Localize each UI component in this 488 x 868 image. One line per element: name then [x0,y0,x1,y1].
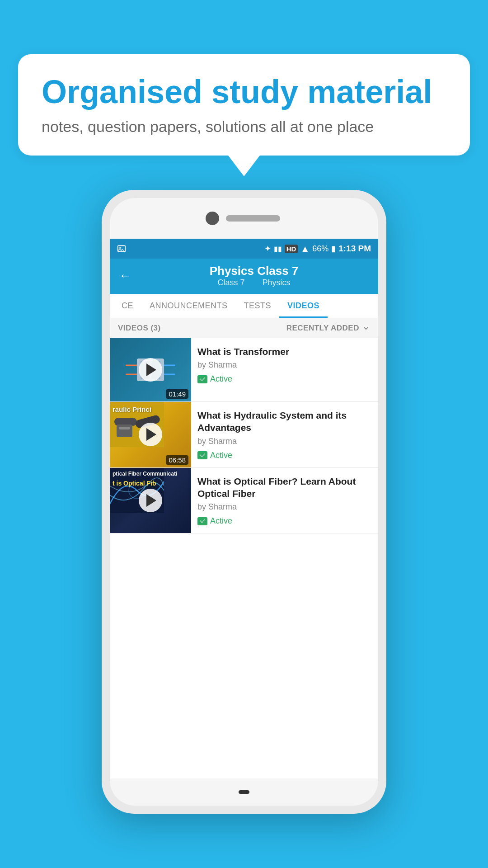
active-badge-2: Active [197,451,372,460]
top-nav: ← Physics Class 7 Class 7 Physics [110,259,378,294]
chat-active-icon-3 [197,517,207,525]
tab-ce[interactable]: CE [113,294,141,318]
video-author-2: by Sharma [197,437,372,446]
optical-thumb-label-top: ptical Fiber Communicati [113,471,177,477]
nav-class: Class 7 [217,278,244,287]
video-title-2: What is Hydraulic System and its Advanta… [197,409,372,434]
video-title-3: What is Optical Fiber? Learn About Optic… [197,475,372,500]
chat-active-icon-1 [197,375,207,383]
tab-tests[interactable]: TESTS [236,294,280,318]
phone-home-bar [239,790,249,794]
phone-screen: ✦ ▮▮ HD ▲ 66% ▮ 1:13 PM ← Physics Class … [110,239,378,778]
image-icon [117,244,126,253]
duration-1: 01:49 [166,389,188,399]
video-info-2: What is Hydraulic System and its Advanta… [191,402,378,467]
active-label-1: Active [210,374,232,384]
phone-camera [206,212,219,225]
nav-separator [253,278,257,287]
wifi-icon: ▲ [300,244,310,254]
play-button-3[interactable] [139,489,162,512]
video-list: 01:49 What is Transformer by Sharma Acti… [110,338,378,533]
svg-rect-0 [118,245,126,251]
duration-2: 06:58 [166,455,188,465]
active-badge-3: Active [197,516,372,526]
chat-active-icon-2 [197,451,207,459]
signal-icon: ▮▮ [274,245,282,253]
phone-frame: ✦ ▮▮ HD ▲ 66% ▮ 1:13 PM ← Physics Class … [102,190,386,814]
svg-rect-12 [117,425,132,437]
video-item-2[interactable]: raulic Princi 06:58 What is Hydraulic Sy… [110,402,378,468]
active-label-2: Active [210,451,232,460]
sort-label: RECENTLY ADDED [286,324,359,333]
speech-bubble: Organised study material notes, question… [18,54,470,156]
status-bar-right: ✦ ▮▮ HD ▲ 66% ▮ 1:13 PM [264,244,371,254]
active-badge-1: Active [197,374,372,384]
video-item-3[interactable]: ptical Fiber Communicati t is Optical Fi… [110,468,378,534]
video-author-3: by Sharma [197,502,372,512]
nav-title-area: Physics Class 7 Class 7 Physics [139,264,369,288]
tabs-bar: CE ANNOUNCEMENTS TESTS VIDEOS [110,294,378,318]
status-bar-left [117,244,126,253]
svg-rect-13 [119,427,130,429]
tab-announcements[interactable]: ANNOUNCEMENTS [141,294,236,318]
nav-subtitle: Class 7 Physics [139,278,369,288]
video-thumb-2: raulic Princi 06:58 [110,402,191,467]
nav-subject: Physics [263,278,291,287]
time-display: 1:13 PM [338,244,371,254]
phone-speaker [226,215,280,222]
nav-title: Physics Class 7 [139,264,369,278]
chevron-down-icon [362,324,370,332]
filter-bar: VIDEOS (3) RECENTLY ADDED [110,318,378,338]
thumb-content-3: ptical Fiber Communicati t is Optical Fi… [110,468,191,533]
svg-point-1 [119,247,121,249]
speech-bubble-title: Organised study material [42,74,446,110]
video-author-1: by Sharma [197,360,372,370]
optical-thumb-label-bottom: t is Optical Fib [113,480,156,487]
videos-count: VIDEOS (3) [118,324,161,333]
video-item-1[interactable]: 01:49 What is Transformer by Sharma Acti… [110,338,378,402]
speech-bubble-subtitle: notes, question papers, solutions all at… [42,118,446,136]
tab-videos[interactable]: VIDEOS [279,294,328,318]
sort-dropdown[interactable]: RECENTLY ADDED [286,324,370,333]
hydraulic-thumb-label: raulic Princi [113,406,151,414]
bluetooth-icon: ✦ [264,244,271,254]
battery-icon: ▮ [331,244,336,254]
hd-badge: HD [285,245,298,253]
active-label-3: Active [210,516,232,526]
back-button[interactable]: ← [119,269,131,283]
video-thumb-1: 01:49 [110,338,191,401]
video-title-1: What is Transformer [197,345,372,358]
video-thumb-3: ptical Fiber Communicati t is Optical Fi… [110,468,191,533]
play-button-2[interactable] [139,423,162,446]
video-info-1: What is Transformer by Sharma Active [191,338,378,401]
play-button-1[interactable] [139,358,162,382]
phone-inner: ✦ ▮▮ HD ▲ 66% ▮ 1:13 PM ← Physics Class … [110,198,378,806]
video-info-3: What is Optical Fiber? Learn About Optic… [191,468,378,533]
status-bar: ✦ ▮▮ HD ▲ 66% ▮ 1:13 PM [110,239,378,259]
battery-text: 66% [312,244,328,254]
